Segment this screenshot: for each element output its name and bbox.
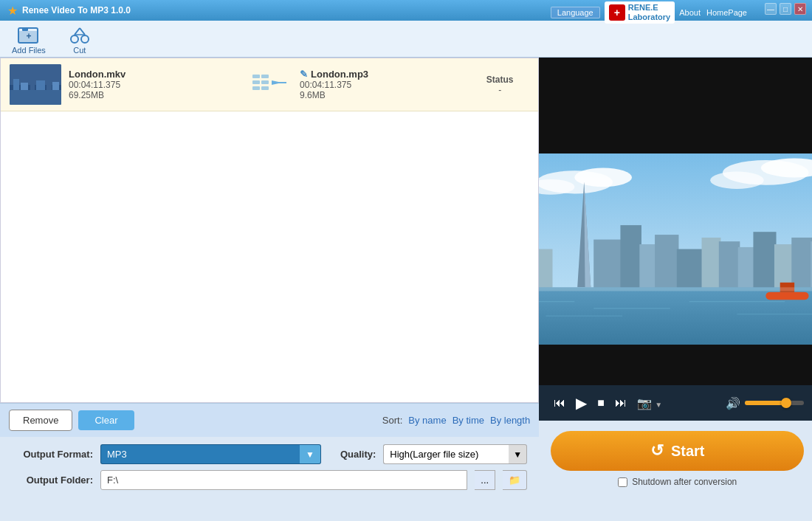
rewind-button[interactable]: ⏮ xyxy=(551,395,568,411)
toolbar: + Add Files Cut xyxy=(0,21,812,58)
app-title: Renee Video To MP3 1.0.0 xyxy=(22,5,131,15)
folder-row: Output Folder: ... 📁 xyxy=(12,470,527,490)
browse-button[interactable]: ... xyxy=(475,470,495,490)
playback-controls: ⏮ ▶ ■ ⏭ 📷 ▼ 🔊 xyxy=(539,385,812,421)
video-preview-bottom xyxy=(539,345,812,385)
svg-rect-20 xyxy=(252,80,260,84)
volume-knob[interactable] xyxy=(781,398,791,408)
output-size: 9.6MB xyxy=(300,90,470,100)
screenshot-button[interactable]: 📷 ▼ xyxy=(634,395,665,412)
refresh-icon: ↺ xyxy=(650,441,664,460)
cut-button[interactable]: Cut xyxy=(68,24,92,55)
about-link[interactable]: About xyxy=(679,8,701,17)
settings-bar: Output Format: MP3 ▼ Quality: High(Large… xyxy=(0,437,539,497)
quality-label: Quality: xyxy=(340,449,376,460)
svg-line-6 xyxy=(75,28,80,35)
svg-rect-12 xyxy=(21,83,28,90)
screenshot-icon: 📷 xyxy=(637,397,652,410)
sort-by-length[interactable]: By length xyxy=(490,415,530,426)
format-select[interactable]: MP3 xyxy=(100,444,300,464)
status-column: Status - xyxy=(470,75,529,95)
file-row: London.mkv 00:04:11.375 69.25MB xyxy=(1,58,538,111)
close-button[interactable]: ✕ xyxy=(794,3,806,15)
convert-arrow-icon xyxy=(239,72,300,98)
stop-button[interactable]: ■ xyxy=(594,395,608,411)
source-filename: London.mkv xyxy=(69,69,239,80)
start-label: Start xyxy=(671,443,705,460)
logo-icon: + xyxy=(609,4,625,21)
status-header: Status xyxy=(470,75,529,85)
homepage-link[interactable]: HomePage xyxy=(706,8,747,17)
svg-point-32 xyxy=(710,172,764,189)
left-panel: London.mkv 00:04:11.375 69.25MB xyxy=(0,58,539,497)
sort-label: Sort: xyxy=(382,415,402,426)
start-button[interactable]: ↺ Start xyxy=(551,431,804,471)
format-control: MP3 ▼ xyxy=(100,444,321,464)
video-preview-main xyxy=(539,153,812,345)
file-list: London.mkv 00:04:11.375 69.25MB xyxy=(0,58,539,403)
shutdown-label: Shutdown after conversion xyxy=(632,477,737,487)
output-filename: London.mp3 xyxy=(311,69,368,80)
output-file-info: ✎ London.mp3 00:04:11.375 9.6MB xyxy=(300,69,470,100)
svg-point-4 xyxy=(71,35,78,43)
title-bar: ★ Renee Video To MP3 1.0.0 Language + RE… xyxy=(0,0,812,21)
svg-line-7 xyxy=(80,28,85,35)
add-files-button[interactable]: + Add Files xyxy=(12,24,46,55)
maximize-button[interactable]: □ xyxy=(780,3,791,15)
sort-by-time[interactable]: By time xyxy=(453,415,484,426)
start-area: ↺ Start Shutdown after conversion xyxy=(539,421,812,497)
source-file-info: London.mkv 00:04:11.375 69.25MB xyxy=(69,69,239,100)
play-button[interactable]: ▶ xyxy=(573,393,590,413)
folder-input[interactable] xyxy=(100,470,467,490)
svg-point-5 xyxy=(81,35,89,43)
svg-rect-23 xyxy=(261,86,269,90)
quality-control: High(Larger file size) ▼ xyxy=(383,444,527,464)
about-homepage: About HomePage xyxy=(679,8,747,17)
bottom-controls: Remove Clear Sort: By name By time By le… xyxy=(0,403,539,437)
svg-rect-18 xyxy=(252,75,260,78)
svg-rect-14 xyxy=(36,80,45,90)
main-layout: London.mkv 00:04:11.375 69.25MB xyxy=(0,58,812,497)
file-thumbnail xyxy=(10,64,61,105)
window-controls: Language + RENE.ELaboratory About HomePa… xyxy=(765,3,806,15)
cut-label: Cut xyxy=(73,46,86,55)
sort-area: Sort: By name By time By length xyxy=(382,415,530,426)
quality-dropdown-arrow[interactable]: ▼ xyxy=(509,444,527,464)
open-folder-icon: 📁 xyxy=(509,475,520,486)
output-duration: 00:04:11.375 xyxy=(300,80,470,90)
logo-text: RENE.ELaboratory xyxy=(628,3,670,22)
logo-area: + RENE.ELaboratory xyxy=(605,1,675,24)
svg-text:+: + xyxy=(26,31,31,41)
sort-by-name[interactable]: By name xyxy=(408,415,446,426)
svg-rect-3 xyxy=(22,28,28,31)
svg-rect-13 xyxy=(30,75,35,90)
open-folder-button[interactable]: 📁 xyxy=(503,470,527,490)
svg-rect-11 xyxy=(13,79,19,90)
remove-button[interactable]: Remove xyxy=(9,410,72,431)
volume-slider[interactable] xyxy=(745,401,804,405)
clear-button[interactable]: Clear xyxy=(78,410,134,430)
add-files-icon: + xyxy=(17,24,41,44)
minimize-button[interactable]: — xyxy=(765,3,777,15)
cut-icon xyxy=(68,24,92,44)
svg-rect-19 xyxy=(261,75,269,78)
folder-label: Output Folder: xyxy=(12,475,93,486)
svg-rect-15 xyxy=(47,77,52,90)
shutdown-checkbox[interactable] xyxy=(618,477,627,487)
svg-rect-21 xyxy=(261,80,269,84)
svg-rect-57 xyxy=(765,292,808,300)
forward-button[interactable]: ⏭ xyxy=(612,395,630,411)
language-button[interactable]: Language xyxy=(551,7,600,18)
right-panel: ⏮ ▶ ■ ⏭ 📷 ▼ 🔊 ↺ Start Shutdown afte xyxy=(539,58,812,497)
format-dropdown-arrow[interactable]: ▼ xyxy=(300,444,321,464)
format-label: Output Format: xyxy=(12,449,93,460)
source-duration: 00:04:11.375 xyxy=(69,80,239,90)
edit-icon: ✎ xyxy=(300,69,308,80)
shutdown-row: Shutdown after conversion xyxy=(618,477,737,487)
svg-rect-22 xyxy=(252,86,260,90)
source-size: 69.25MB xyxy=(69,90,239,100)
svg-point-28 xyxy=(574,168,632,187)
add-files-label: Add Files xyxy=(12,46,46,55)
svg-rect-17 xyxy=(10,90,61,105)
quality-select[interactable]: High(Larger file size) xyxy=(383,444,509,464)
